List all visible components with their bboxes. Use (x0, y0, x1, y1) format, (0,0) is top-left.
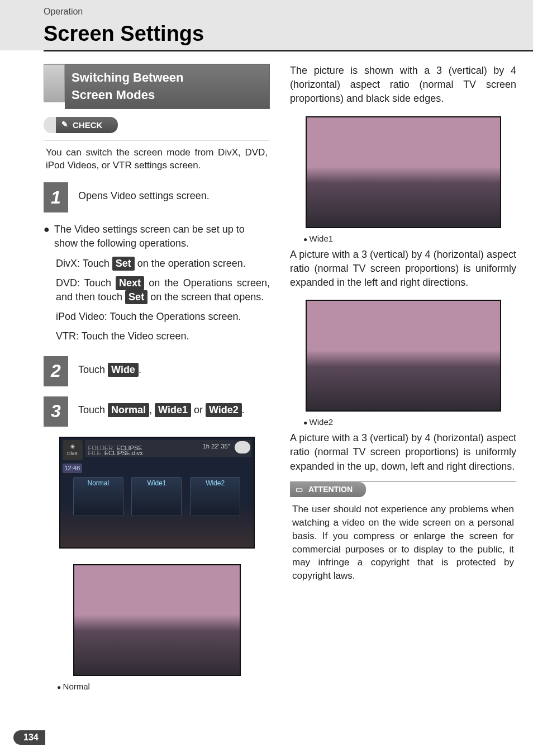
content-area: Switching Between Screen Modes ✎ CHECK Y… (0, 50, 533, 696)
check-row: ✎ CHECK (44, 117, 270, 140)
sub-para-ipod: iPod Video: Touch the Operations screen. (56, 310, 270, 324)
page-title: Screen Settings (44, 19, 533, 51)
step-3-post: . (242, 404, 245, 415)
bullet-paragraph: ● The Video settings screen can be set u… (44, 223, 270, 251)
wide2-description: A picture with a 3 (vertical) by 4 (hori… (290, 431, 516, 474)
step-2-pre: Touch (78, 364, 108, 375)
set-button-1[interactable]: Set (112, 257, 135, 271)
normal-button[interactable]: Normal (108, 403, 149, 417)
step-3: 3 Touch Normal, Wide1 or Wide2. (44, 396, 270, 427)
mode-wide1[interactable]: Wide1 (131, 477, 182, 516)
wide1-description: A picture with a 3 (vertical) by 4 (hori… (290, 248, 516, 290)
next-button[interactable]: Next (116, 276, 144, 290)
file-row: FILE ECLIPSE.divx (88, 449, 143, 457)
header-category: Operation (44, 6, 533, 18)
step-3-number: 3 (44, 396, 68, 427)
source-icon: ◉ DivX (63, 440, 83, 460)
step-1-number: 1 (44, 182, 68, 212)
attention-label: ATTENTION (308, 484, 353, 495)
step-3-body: Touch Normal, Wide1 or Wide2. (78, 396, 270, 427)
step-2-body: Touch Wide. (78, 356, 270, 386)
step-2-number: 2 (44, 356, 68, 386)
disc-icon: ◉ (70, 443, 75, 450)
sub-para-divx: DivX: Touch Set on the operation screen. (56, 257, 270, 271)
page-header: Operation Screen Settings (0, 0, 533, 50)
section-tab (44, 64, 65, 102)
attention-pill: ▭ ATTENTION (290, 482, 366, 498)
step-2: 2 Touch Wide. (44, 356, 270, 386)
mode-wide2[interactable]: Wide2 (190, 477, 240, 516)
wide-button[interactable]: Wide (108, 363, 139, 377)
step-3-mid2: or (191, 404, 206, 415)
mode-buttons: Normal Wide1 Wide2 (69, 477, 245, 516)
back-icon[interactable] (235, 441, 250, 453)
check-label: CHECK (73, 119, 102, 131)
attention-text: The user should not experience any probl… (290, 503, 516, 593)
duration-value: 1h 22' 35" (203, 442, 230, 451)
pencil-icon: ✎ (61, 119, 68, 130)
caption-normal: Normal (57, 681, 270, 692)
sub-para-vtr: VTR: Touch the Video screen. (56, 329, 270, 343)
clock-value: 12:48 (63, 464, 83, 473)
example-image-wide1 (306, 116, 501, 228)
wide1-button[interactable]: Wide1 (155, 403, 191, 417)
file-label: FILE (88, 449, 101, 457)
attention-row: ▭ ATTENTION (290, 481, 516, 503)
sub2-pre: DVD: Touch (56, 277, 116, 289)
sub1-post: on the operation screen. (137, 258, 246, 269)
set-button-2[interactable]: Set (125, 290, 147, 304)
step-3-mid1: , (149, 404, 155, 415)
right-column: The picture is shown with a 3 (vertical)… (290, 64, 516, 696)
step-3-pre: Touch (78, 404, 108, 415)
settings-screenshot: ◉ DivX FOLDER ECLIPSE FILE ECLIPSE.divx … (59, 437, 255, 549)
example-image-normal (73, 564, 241, 676)
check-pill: ✎ CHECK (44, 117, 118, 133)
source-label: DivX (67, 450, 78, 457)
section-title-banner: Switching Between Screen Modes (44, 64, 270, 109)
bullet-text: The Video settings screen can be set up … (54, 223, 270, 251)
check-text: You can switch the screen mode from DivX… (44, 146, 270, 183)
step-2-post: . (139, 364, 141, 375)
sub1-pre: DivX: Touch (56, 258, 112, 269)
bullet-dot-icon: ● (44, 223, 50, 251)
example-image-wide2 (306, 300, 501, 412)
section-title-line2: Screen Modes (72, 88, 155, 102)
left-column: Switching Between Screen Modes ✎ CHECK Y… (44, 64, 270, 696)
normal-description: The picture is shown with a 3 (vertical)… (290, 64, 516, 106)
wide2-button[interactable]: Wide2 (206, 403, 242, 417)
caption-wide2: Wide2 (303, 416, 516, 428)
sub-para-dvd: DVD: Touch Next on the Operations screen… (56, 276, 270, 304)
page-number: 134 (13, 730, 45, 745)
step-1-text: Opens Video settings screen. (78, 182, 270, 212)
mode-normal[interactable]: Normal (73, 477, 123, 516)
caption-wide1: Wide1 (303, 233, 516, 244)
book-icon: ▭ (296, 484, 303, 495)
step-1: 1 Opens Video settings screen. (44, 182, 270, 212)
file-value: ECLIPSE.divx (104, 449, 143, 457)
section-title: Switching Between Screen Modes (65, 64, 270, 109)
sub2-post: on the screen that opens. (150, 291, 264, 303)
section-title-line1: Switching Between (72, 70, 183, 84)
